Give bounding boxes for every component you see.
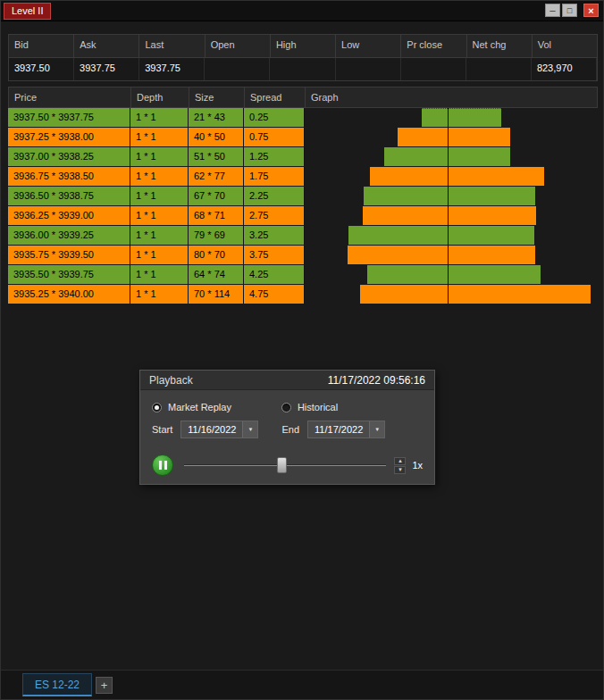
end-label: End [281,424,299,435]
tab-es-12-22[interactable]: ES 12-22 [22,673,92,696]
size-cell: 51 * 50 [189,147,244,166]
radio-option-market-replay[interactable]: Market Replay [152,402,231,412]
end-date-value: 11/17/2022 [308,424,369,435]
playback-header[interactable]: Playback 11/17/2022 09:56:16 [140,371,434,390]
speed-up-button[interactable]: ▲ [394,457,406,465]
spread-cell: 0.25 [244,108,305,127]
depth-cell: 1 * 1 [130,265,189,284]
minimize-button[interactable]: ─ [545,4,560,17]
graph-cell [305,285,598,304]
spread-cell: 1.75 [244,167,305,186]
dom-table-body: 3937.50 * 3937.751 * 121 * 430.253937.25… [8,108,598,304]
start-date-dropdown[interactable]: 11/16/2022 ▼ [180,421,258,438]
dom-column-header-spread[interactable]: Spread [245,88,306,107]
graph-center-line [448,187,449,205]
speed-down-button[interactable]: ▼ [394,466,406,474]
speed-spinner: ▲ ▼ [394,457,406,474]
dom-row: 3936.25 * 3939.001 * 168 * 712.75 [8,206,598,225]
playback-position-slider[interactable] [184,456,386,474]
depth-bar [398,128,510,146]
dom-table: PriceDepthSizeSpreadGraph 3937.50 * 3937… [8,87,598,304]
dom-column-header-graph[interactable]: Graph [306,88,597,107]
summary-column-bid: Bid [9,35,74,57]
dom-row: 3937.50 * 3937.751 * 121 * 430.25 [8,108,598,127]
spread-cell: 2.75 [244,206,305,225]
chevron-down-icon: ▼ [398,467,403,472]
price-cell: 3936.00 * 3939.25 [8,226,130,245]
summary-value-low [336,58,401,80]
depth-bar [422,108,502,127]
summary-column-net-chg: Net chg [467,35,533,57]
graph-cell [305,128,598,146]
summary-value-high [270,58,335,80]
spread-cell: 3.75 [244,246,305,264]
spread-cell: 4.25 [244,265,305,284]
close-button[interactable]: × [583,4,599,17]
graph-center-line [448,246,449,264]
price-cell: 3936.50 * 3938.75 [8,187,130,205]
size-cell: 80 * 70 [189,246,244,264]
spread-cell: 1.25 [244,147,305,166]
graph-center-line [448,128,449,146]
plus-icon: + [101,679,108,691]
start-date-value: 11/16/2022 [181,424,242,435]
size-cell: 79 * 69 [189,226,244,245]
summary-value-open [205,58,270,80]
summary-value-pr-close [401,58,466,80]
depth-cell: 1 * 1 [130,246,189,264]
graph-cell [305,206,598,225]
price-cell: 3935.25 * 3940.00 [8,285,130,304]
dom-row: 3936.75 * 3938.501 * 162 * 771.75 [8,167,598,186]
summary-column-open: Open [206,35,271,57]
playback-title: Playback [149,374,193,387]
start-label: Start [152,424,172,435]
end-date-dropdown[interactable]: 11/17/2022 ▼ [307,421,385,438]
playback-panel[interactable]: Playback 11/17/2022 09:56:16 Market Repl… [139,370,435,485]
summary-value-last: 3937.75 [139,58,205,80]
summary-value-bid: 3937.50 [9,58,74,80]
chevron-down-icon[interactable]: ▼ [242,421,257,438]
maximize-button[interactable]: □ [562,4,577,17]
size-cell: 68 * 71 [189,206,244,225]
size-cell: 70 * 114 [189,285,244,304]
slider-handle[interactable] [277,457,287,473]
summary-column-low: Low [336,35,401,57]
pause-button[interactable] [152,454,173,476]
graph-center-line [448,265,449,284]
chevron-down-icon[interactable]: ▼ [369,421,384,438]
dom-column-header-size[interactable]: Size [189,88,245,107]
graph-cell [305,187,598,205]
titlebar[interactable]: Level II ─ □ × [1,1,603,21]
dom-row: 3936.00 * 3939.251 * 179 * 693.25 [8,226,598,245]
radio-label: Market Replay [168,402,231,412]
summary-column-last: Last [139,35,205,57]
dom-row: 3936.50 * 3938.751 * 167 * 702.25 [8,187,598,205]
summary-column-high: High [271,35,336,57]
depth-cell: 1 * 1 [130,226,189,245]
summary-value-net-chg [466,58,532,80]
dom-column-header-depth[interactable]: Depth [131,88,189,107]
depth-bar [348,226,533,245]
dom-row: 3937.25 * 3938.001 * 140 * 500.75 [8,128,598,146]
add-tab-button[interactable]: + [96,677,113,694]
speed-label: 1x [412,460,423,471]
price-cell: 3937.00 * 3938.25 [8,147,130,166]
minimize-icon: ─ [549,5,555,16]
summary-column-pr-close: Pr close [401,35,466,57]
depth-bar [360,285,591,304]
price-cell: 3936.25 * 3939.00 [8,206,130,225]
price-cell: 3937.50 * 3937.75 [8,108,130,127]
size-cell: 62 * 77 [189,167,244,186]
radio-option-historical[interactable]: Historical [281,402,338,412]
graph-center-line [448,147,449,166]
depth-cell: 1 * 1 [130,285,189,304]
playback-controls: ▲ ▼ 1x [140,454,434,484]
radio-icon[interactable] [281,403,291,412]
radio-icon[interactable] [152,403,162,412]
dom-column-header-price[interactable]: Price [9,88,131,107]
graph-cell [305,108,598,127]
price-cell: 3935.75 * 3939.50 [8,246,130,264]
graph-cell [305,265,598,284]
size-cell: 40 * 50 [189,128,244,146]
playback-date-range: Start 11/16/2022 ▼ End 11/17/2022 ▼ [140,421,434,438]
